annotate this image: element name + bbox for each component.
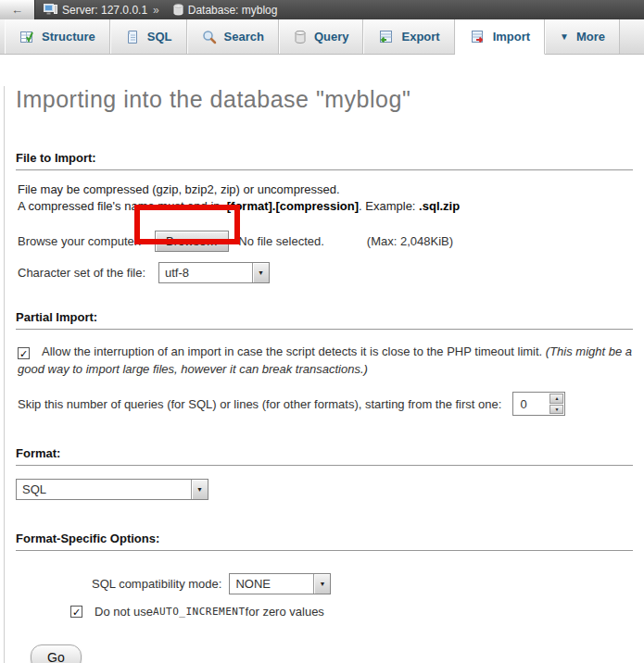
sql-compatibility-select[interactable]: NONE ▼ — [229, 573, 331, 594]
tab-export[interactable]: Export — [363, 19, 454, 54]
allow-interruption-checkbox[interactable]: ✓ — [18, 347, 30, 359]
main-content: Importing into the database "myblog" Fil… — [4, 86, 644, 663]
charset-label: Character set of the file: — [18, 266, 158, 280]
hint-format-compression: .[format].[compression] — [223, 199, 359, 213]
back-arrow-icon: ← — [11, 3, 23, 17]
section-heading-format-specific-options: Format-Specific Options: — [16, 532, 633, 551]
section-heading-partial-import: Partial Import: — [16, 310, 633, 330]
tab-label: SQL — [147, 30, 172, 44]
hint-example: .sql.zip — [419, 199, 460, 213]
auto-increment-row: ✓Do not use AUTO_INCREMENT for zero valu… — [70, 605, 635, 619]
format-select[interactable]: SQL ▼ — [16, 479, 208, 500]
back-button[interactable]: ← — [0, 0, 35, 19]
chevron-down-icon[interactable]: ▼ — [191, 480, 208, 499]
auto-increment-checkbox[interactable]: ✓ — [70, 606, 82, 618]
chevron-down-icon[interactable]: ▼ — [313, 574, 330, 594]
format-select-value: SQL — [17, 482, 191, 496]
skip-queries-label: Skip this number of queries (for SQL) or… — [18, 397, 501, 411]
tab-sql[interactable]: SQL — [110, 19, 187, 54]
skip-queries-value: 0 — [513, 393, 549, 415]
allow-interruption-row: ✓Allow the interruption of an import in … — [18, 343, 633, 378]
file-import-hint: File may be compressed (gzip, bzip2, zip… — [18, 181, 635, 215]
breadcrumb-separator: » — [153, 4, 159, 17]
chevron-down-icon: ▼ — [560, 31, 569, 42]
sql-compatibility-value: NONE — [230, 577, 313, 591]
go-row: Go — [31, 644, 635, 663]
structure-table-icon — [19, 30, 34, 44]
section-heading-format: Format: — [16, 446, 633, 466]
hint-line1: File may be compressed (gzip, bzip2, zip… — [18, 182, 340, 196]
spinner-down-icon[interactable]: ▼ — [549, 405, 563, 415]
tab-more[interactable]: ▼ More — [545, 19, 620, 54]
tab-search[interactable]: Search — [187, 19, 279, 54]
tab-label: Export — [401, 30, 439, 44]
tab-label: Query — [314, 30, 349, 44]
browse-row: Browse your computer: Browse… No file se… — [18, 229, 635, 253]
sql-compatibility-row: SQL compatibility mode: NONE ▼ — [92, 573, 635, 594]
auto-increment-code: AUTO_INCREMENT — [153, 606, 246, 618]
charset-row: Character set of the file: utf-8 ▼ — [18, 262, 635, 283]
spinner-buttons: ▲ ▼ — [549, 393, 564, 415]
allow-interruption-text: Allow the interruption of an import in c… — [42, 344, 546, 358]
section-heading-file-to-import: File to Import: — [16, 151, 633, 170]
auto-increment-text-prefix: Do not use — [95, 605, 153, 619]
tab-label: More — [576, 30, 605, 44]
charset-select[interactable]: utf-8 ▼ — [158, 262, 270, 283]
browse-label: Browse your computer: — [18, 234, 155, 248]
tab-label: Import — [493, 30, 530, 44]
chevron-down-icon[interactable]: ▼ — [252, 263, 269, 282]
tab-import[interactable]: Import — [455, 19, 545, 55]
breadcrumb-bar: ← Server: 127.0.0.1 » Database: myblog — [0, 0, 644, 19]
charset-select-value: utf-8 — [159, 266, 252, 280]
page-title: Importing into the database "myblog" — [16, 86, 635, 113]
no-file-selected-text: No file selected. — [238, 234, 324, 248]
skip-queries-row: Skip this number of queries (for SQL) or… — [18, 392, 635, 416]
import-icon — [470, 30, 486, 44]
tab-bar: Structure SQL Search — [0, 19, 644, 55]
hint-line2-prefix: A compressed file's name must end in — [18, 199, 223, 213]
sql-compatibility-label: SQL compatibility mode: — [92, 577, 221, 591]
spinner-up-icon[interactable]: ▲ — [549, 394, 563, 404]
max-size-text: (Max: 2,048KiB) — [367, 234, 453, 248]
auto-increment-text-suffix: for zero values — [246, 605, 324, 619]
query-database-icon — [294, 30, 307, 44]
tab-query[interactable]: Query — [279, 19, 364, 54]
hint-line2-mid: . Example: — [359, 199, 419, 213]
database-icon — [173, 4, 183, 16]
export-icon — [378, 30, 394, 44]
tab-label: Search — [224, 30, 264, 44]
browse-button[interactable]: Browse… — [155, 231, 229, 252]
breadcrumb-server[interactable]: Server: 127.0.0.1 — [62, 4, 147, 17]
breadcrumb-database[interactable]: Database: myblog — [188, 4, 278, 17]
skip-queries-input[interactable]: 0 ▲ ▼ — [512, 392, 565, 416]
tab-structure[interactable]: Structure — [5, 19, 110, 54]
search-magnifier-icon — [202, 30, 217, 44]
sql-page-icon — [125, 30, 140, 44]
server-icon — [44, 4, 57, 16]
tab-label: Structure — [42, 30, 95, 44]
go-button[interactable]: Go — [31, 644, 82, 663]
